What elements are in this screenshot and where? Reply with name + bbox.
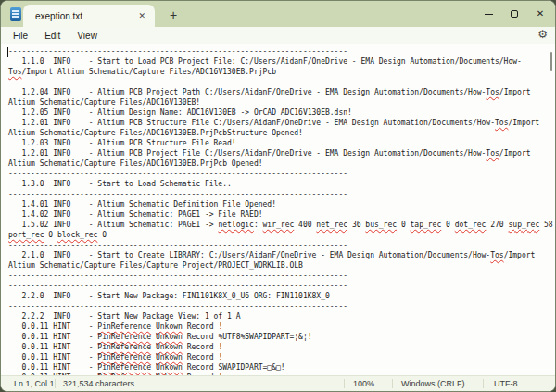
text-editor[interactable]: ----------------------------------------… <box>1 44 555 375</box>
settings-button[interactable]: ⚙ <box>537 28 548 41</box>
titlebar: exeption.txt ✕ + ✕ <box>1 1 555 27</box>
log-line: 1.5.02 INFO - Altium Schematic: PAGE1 ->… <box>8 220 555 230</box>
line-ending: Windows (CRLF) <box>401 376 465 391</box>
log-line: ----------------------------------------… <box>8 271 555 281</box>
statusbar-separator <box>55 379 56 388</box>
character-count: 321,534 characters <box>63 376 134 391</box>
log-line: 0.0.11 HINT - PinReference Unkown Record… <box>8 332 555 342</box>
log-line: 2.2.2 INFO - Start New Package View: 1 o… <box>8 311 555 322</box>
notepad-window: exeption.txt ✕ + ✕ File Edit View ⚙ ----… <box>0 0 556 392</box>
log-line: ----------------------------------------… <box>8 189 555 199</box>
log-line: 1.4.02 INFO - Altium Schematic: PAGE1 ->… <box>8 209 555 220</box>
statusbar: Ln 1, Col 1 321,534 characters 100% Wind… <box>1 375 555 391</box>
minimize-button[interactable] <box>475 1 501 27</box>
log-line: 1.3.0 INFO - Start to Load Schematic Fil… <box>8 179 555 189</box>
log-line: 2.1.0 INFO - Start to Create LIBRARY: C:… <box>8 250 555 260</box>
log-line: Altium Schematic/Capture Files/Capture P… <box>8 260 555 271</box>
log-line: ----------------------------------------… <box>8 77 555 87</box>
vertical-scrollbar[interactable] <box>550 52 552 71</box>
log-line: 1.2.05 INFO - Altium Design Name: ADC16V… <box>8 107 555 118</box>
menu-file[interactable]: File <box>5 31 36 41</box>
tab-title: exeption.txt <box>35 11 136 21</box>
log-line: ----------------------------------------… <box>8 301 555 311</box>
log-line: Tos/Import Altium Schematic/Capture File… <box>8 67 555 77</box>
log-line: 1.2.01 INFO - Altium PCB Structure File … <box>8 118 555 128</box>
window-controls: ✕ <box>475 1 553 27</box>
menu-view[interactable]: View <box>69 31 106 41</box>
gear-icon: ⚙ <box>537 28 548 41</box>
statusbar-separator <box>483 379 484 388</box>
statusbar-separator <box>392 379 393 388</box>
log-line: 2.2.0 INFO - Start New Package: FIN1101K… <box>8 291 555 301</box>
log-line: Altium Schematic/Capture Files/ADC16V130… <box>8 97 555 107</box>
cursor-position: Ln 1, Col 1 <box>14 376 55 391</box>
log-line: 0.0.11 HINT - PinReference Unkown Record… <box>8 352 555 362</box>
log-line: 1.2.04 INFO - Altium PCB Project Path C:… <box>8 87 555 97</box>
log-line: 0.0.11 HINT - PinReference Unkown Record… <box>8 362 555 373</box>
log-line: ----------------------------------------… <box>8 240 555 250</box>
text-caret <box>7 47 8 57</box>
log-line: 1.1.0 INFO - Start to Load PCB Project F… <box>8 57 555 67</box>
log-line: 1.2.03 INFO - Altium PCB Structure File … <box>8 138 555 148</box>
close-button[interactable]: ✕ <box>527 1 553 27</box>
editor-lines: ----------------------------------------… <box>8 46 555 375</box>
log-line: Altium Schematic/Capture Files/ADC16V130… <box>8 158 555 169</box>
encoding: UTF-8 <box>494 376 518 391</box>
log-line: ----------------------------------------… <box>8 281 555 291</box>
log-line: 1.4.01 INFO - Altium Schematic Definitio… <box>8 199 555 209</box>
menubar: File Edit View ⚙ <box>1 27 555 44</box>
log-line: port_rec 0 block_rec 0 <box>8 230 555 240</box>
log-line: 0.0.11 HINT - PinReference Unkown Record… <box>8 342 555 352</box>
maximize-button[interactable] <box>501 1 527 27</box>
maximize-icon <box>511 10 518 18</box>
zoom-level[interactable]: 100% <box>353 376 374 391</box>
log-line: ----------------------------------------… <box>8 46 555 57</box>
log-line: ----------------------------------------… <box>8 169 555 179</box>
file-tab[interactable]: exeption.txt ✕ <box>23 5 155 27</box>
log-line: 0.0.11 HINT - PinReference Unkown Record… <box>8 322 555 332</box>
menu-edit[interactable]: Edit <box>36 31 69 41</box>
notepad-icon <box>10 7 21 21</box>
tab-close-icon[interactable]: ✕ <box>136 10 147 22</box>
log-line: Altium Schematic/Capture Files/ADC16V130… <box>8 128 555 138</box>
new-tab-button[interactable]: + <box>165 6 182 24</box>
log-line: 1.2.01 INFO - Altium PCB Project File C:… <box>8 148 555 158</box>
statusbar-separator <box>344 379 345 388</box>
minimize-icon <box>485 14 493 15</box>
close-icon: ✕ <box>537 9 544 19</box>
